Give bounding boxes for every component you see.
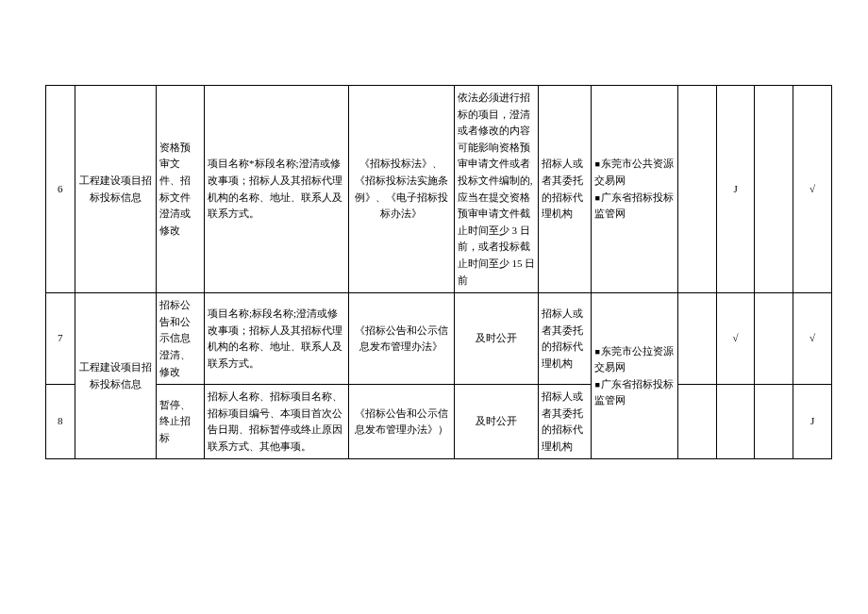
subject: 招标人或者其委托的招标代理机构 <box>539 293 592 385</box>
check-col <box>678 86 717 293</box>
time-limit: 及时公开 <box>454 385 539 459</box>
document-page: 6 工程建设项目招标投标信息 资格预审文件、招标文件澄清或修改 项目名称*标段名… <box>0 0 868 614</box>
category: 工程建设项目招标投标信息 <box>75 86 157 293</box>
row-index: 7 <box>46 293 75 385</box>
channel-item: 东莞市公共资源交易网 <box>594 156 675 189</box>
channel-item: 东莞市公拉资源交易网 <box>594 343 675 376</box>
content: 项目名称*标段名称;澄清或修改事项；招标人及其招标代理机构的名称、地址、联系人及… <box>205 86 349 293</box>
subject: 招标人或者其委托的招标代理机构 <box>539 86 592 293</box>
subcategory: 暂停、终止招标 <box>157 385 205 459</box>
check-col: J <box>716 86 755 293</box>
check-col: √ <box>716 293 755 385</box>
check-col <box>755 385 793 459</box>
check-col <box>678 293 717 385</box>
channel-item: 广东省招标投标监管网 <box>594 190 675 223</box>
channel: 东莞市公拉资源交易网 广东省招标投标监管网 <box>592 293 678 459</box>
time-limit: 依法必须进行招标的项目，澄清或者修改的内容可能影响资格预审申请文件或者投标文件编… <box>454 86 539 293</box>
channel-item: 广东省招标投标监管网 <box>594 376 675 409</box>
check-col: √ <box>793 293 832 385</box>
basis: 《招标公告和公示信息发布管理办法》 <box>348 293 454 385</box>
check-col <box>716 385 755 459</box>
check-col <box>755 293 793 385</box>
check-col: √ <box>793 86 832 293</box>
check-col <box>678 385 717 459</box>
subcategory: 招标公告和公示信息澄清、修改 <box>157 293 205 385</box>
row-index: 8 <box>46 385 75 459</box>
content: 项目名称;标段名称;澄清或修改事项；招标人及其招标代理机构的名称、地址、联系人及… <box>205 293 349 385</box>
table-row: 6 工程建设项目招标投标信息 资格预审文件、招标文件澄清或修改 项目名称*标段名… <box>46 86 832 293</box>
basis: 《招标公告和公示信息发布管理办法》） <box>348 385 454 459</box>
check-col: J <box>793 385 832 459</box>
content: 招标人名称、招标项目名称、招标项目编号、本项目首次公告日期、招标暂停或终止原因联… <box>205 385 349 459</box>
time-limit: 及时公开 <box>454 293 539 385</box>
basis: 《招标投标法》、《招标投标法实施条例》、《电子招标投标办法》 <box>348 86 454 293</box>
subcategory: 资格预审文件、招标文件澄清或修改 <box>157 86 205 293</box>
subject: 招标人或者其委托的招标代理机构 <box>539 385 592 459</box>
check-col <box>755 86 793 293</box>
row-index: 6 <box>46 86 75 293</box>
channel: 东莞市公共资源交易网 广东省招标投标监管网 <box>592 86 678 293</box>
table-row: 7 工程建设项目招标投标信息 招标公告和公示信息澄清、修改 项目名称;标段名称;… <box>46 293 832 385</box>
info-table: 6 工程建设项目招标投标信息 资格预审文件、招标文件澄清或修改 项目名称*标段名… <box>45 85 832 459</box>
category: 工程建设项目招标投标信息 <box>75 293 157 459</box>
table-row: 8 暂停、终止招标 招标人名称、招标项目名称、招标项目编号、本项目首次公告日期、… <box>46 385 832 459</box>
